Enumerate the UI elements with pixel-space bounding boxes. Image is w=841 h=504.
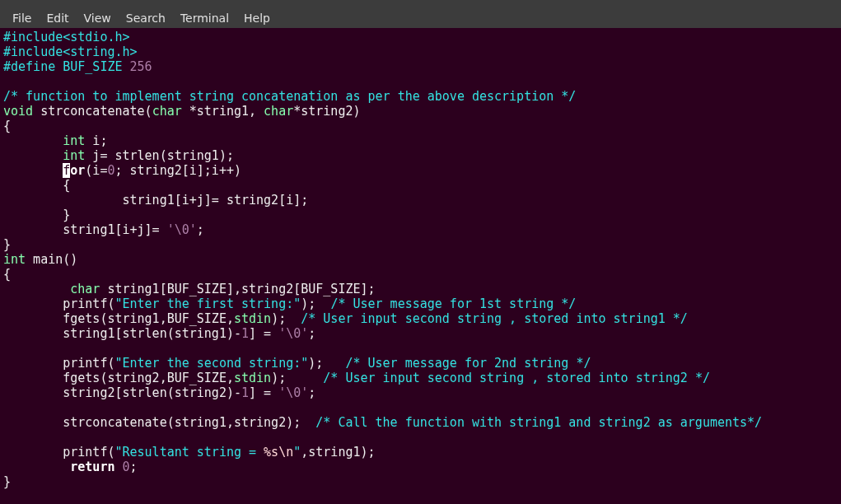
code-token: '\0' xyxy=(278,326,308,341)
code-token: *string1, xyxy=(182,104,264,119)
code-token: ] = xyxy=(249,326,278,341)
titlebar xyxy=(0,0,841,8)
code-token xyxy=(3,460,70,474)
code-token: ; string2[i];i++) xyxy=(114,163,241,178)
code-token: <stdio.h> xyxy=(63,30,129,44)
code-line: return 0; xyxy=(3,460,838,474)
code-line: strconcatenate(string1,string2); /* Call… xyxy=(3,415,838,430)
code-token: char xyxy=(70,282,100,296)
code-token: <string.h> xyxy=(63,44,137,59)
menu-file[interactable]: File xyxy=(5,8,39,28)
code-line: } xyxy=(3,237,838,252)
code-token: ] = xyxy=(249,385,278,400)
code-line: int i; xyxy=(3,133,838,148)
code-token: " xyxy=(293,445,301,460)
menu-search[interactable]: Search xyxy=(119,8,173,28)
code-token: /* User input second string , stored int… xyxy=(323,371,710,385)
code-line: #include<stdio.h> xyxy=(3,30,838,44)
code-token: 0 xyxy=(123,460,130,474)
code-token: string2[strlen(string2)- xyxy=(3,385,241,400)
code-token: int xyxy=(3,252,26,267)
code-line: printf("Enter the first string:"); /* Us… xyxy=(3,296,838,311)
code-line: int main() xyxy=(3,252,838,267)
code-token: int xyxy=(63,148,85,163)
code-token xyxy=(3,163,63,178)
code-token: ; xyxy=(308,326,315,341)
code-token: ,string1); xyxy=(301,445,375,460)
code-token: strconcatenate(string1,string2); xyxy=(3,415,315,430)
menu-view[interactable]: View xyxy=(77,8,119,28)
code-token: #include xyxy=(3,30,63,44)
code-token: fgets(string1,BUF_SIZE, xyxy=(3,311,234,326)
code-token: f xyxy=(63,163,70,178)
code-token: (i= xyxy=(85,163,107,178)
code-token: ); xyxy=(301,296,330,311)
code-line: } xyxy=(3,474,838,489)
code-token xyxy=(3,148,63,163)
code-line: fgets(string1,BUF_SIZE,stdin); /* User i… xyxy=(3,311,838,326)
code-line: string1[i+j]= string2[i]; xyxy=(3,193,838,208)
code-token: string1[i+j]= string2[i]; xyxy=(3,193,308,208)
code-token: void xyxy=(3,104,33,119)
code-line xyxy=(3,74,838,89)
code-token: i; xyxy=(85,133,107,148)
code-token: 1 xyxy=(241,385,249,400)
code-token: /* User message for 2nd string */ xyxy=(345,356,591,371)
code-token: ; xyxy=(130,460,138,474)
menu-help[interactable]: Help xyxy=(236,8,278,28)
code-token: /* User input second string , stored int… xyxy=(301,311,688,326)
code-token: \n xyxy=(278,445,293,460)
code-token xyxy=(3,133,63,148)
code-token: or xyxy=(70,163,85,178)
code-token: #include xyxy=(3,44,63,59)
code-token: string1[BUF_SIZE],string2[BUF_SIZE]; xyxy=(100,282,375,296)
code-token: "Enter the second string:" xyxy=(114,356,308,371)
code-token: } xyxy=(3,474,11,489)
code-line: void strconcatenate(char *string1, char*… xyxy=(3,104,838,119)
code-token: string1[i+j]= xyxy=(3,222,167,237)
code-token: "Enter the first string:" xyxy=(114,296,301,311)
code-editor[interactable]: #include<stdio.h>#include<string.h>#defi… xyxy=(0,28,841,491)
code-line: string2[strlen(string2)-1] = '\0'; xyxy=(3,385,838,400)
code-line: char string1[BUF_SIZE],string2[BUF_SIZE]… xyxy=(3,282,838,296)
code-line: } xyxy=(3,208,838,222)
code-line: string1[i+j]= '\0'; xyxy=(3,222,838,237)
code-line: printf("Resultant string = %s\n",string1… xyxy=(3,445,838,460)
code-token: %s xyxy=(264,445,278,460)
code-token: stdin xyxy=(234,311,271,326)
menu-edit[interactable]: Edit xyxy=(39,8,76,28)
code-token: "Resultant string = xyxy=(114,445,264,460)
code-line: int j= strlen(string1); xyxy=(3,148,838,163)
code-token: /* User message for 1st string */ xyxy=(330,296,576,311)
code-token: ); xyxy=(271,311,301,326)
code-token xyxy=(114,460,122,474)
code-token: ); xyxy=(308,356,345,371)
code-token: int xyxy=(63,133,85,148)
code-token: /* function to implement string concaten… xyxy=(3,89,576,104)
code-line xyxy=(3,400,838,415)
code-token: } xyxy=(3,208,70,222)
code-line: /* function to implement string concaten… xyxy=(3,89,838,104)
code-token: 256 xyxy=(130,59,152,74)
code-line: { xyxy=(3,119,838,133)
code-token: fgets(string2,BUF_SIZE, xyxy=(3,371,234,385)
code-line: string1[strlen(string1)-1] = '\0'; xyxy=(3,326,838,341)
code-token: ); xyxy=(271,371,323,385)
code-token: printf( xyxy=(3,296,114,311)
code-token: { xyxy=(3,119,11,133)
code-token: '\0' xyxy=(167,222,197,237)
code-token: return xyxy=(70,460,114,474)
code-line: printf("Enter the second string:"); /* U… xyxy=(3,356,838,371)
code-token: strconcatenate( xyxy=(33,104,152,119)
code-token: *string2) xyxy=(293,104,360,119)
code-token: char xyxy=(152,104,182,119)
menu-terminal[interactable]: Terminal xyxy=(173,8,236,28)
code-token: stdin xyxy=(234,371,271,385)
code-token: { xyxy=(3,267,11,282)
code-token: } xyxy=(3,237,11,252)
code-token: ; xyxy=(308,385,315,400)
code-token: #define BUF_SIZE xyxy=(3,59,130,74)
code-token: /* Call the function with string1 and st… xyxy=(315,415,762,430)
code-line: { xyxy=(3,267,838,282)
code-token: ; xyxy=(197,222,204,237)
